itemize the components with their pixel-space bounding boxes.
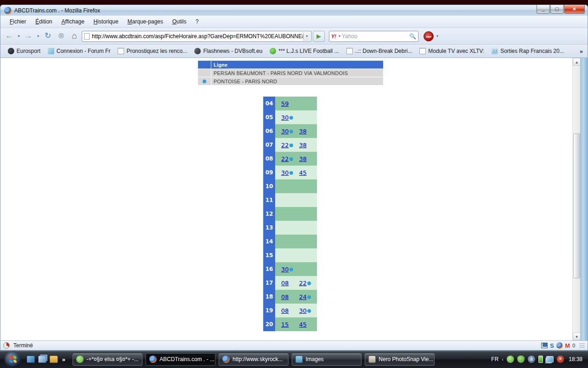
start-button[interactable] bbox=[5, 351, 21, 368]
minutes-cell: 30 bbox=[275, 262, 317, 276]
hour-cell: 06 bbox=[263, 124, 275, 138]
minutes-cell bbox=[275, 193, 317, 207]
quicklaunch-overflow-icon[interactable]: » bbox=[62, 356, 65, 363]
menu-item-0[interactable]: Fichier bbox=[5, 17, 31, 26]
tray-clock[interactable]: 18:38 bbox=[569, 356, 582, 362]
minute-link[interactable]: 15 bbox=[281, 321, 289, 328]
minute-link[interactable]: 59 bbox=[281, 100, 289, 107]
minutes-cell: 2238 bbox=[275, 152, 317, 166]
bookmark-item-6[interactable]: Module TV avec XLTV: bbox=[417, 47, 487, 55]
minute-link[interactable]: 24 bbox=[299, 293, 307, 300]
folder-icon bbox=[295, 356, 303, 363]
menu-item-2[interactable]: Affichage bbox=[57, 17, 89, 26]
hour-cell: 15 bbox=[263, 248, 275, 262]
minute-link[interactable]: 30 bbox=[299, 307, 307, 314]
timetable-row-11: 11 bbox=[263, 193, 317, 207]
url-bar[interactable]: http://www.abcdtrain.com/asp/FicheHorair… bbox=[82, 31, 311, 42]
volume-muted-icon[interactable]: ✕ bbox=[557, 356, 564, 363]
taskbar-button-4[interactable]: Nero PhotoSnap Vie... bbox=[365, 353, 435, 366]
reload-button[interactable]: ↻ bbox=[42, 30, 54, 42]
scrollbar-thumb[interactable] bbox=[573, 133, 580, 278]
minute-link[interactable]: 30 bbox=[281, 266, 289, 273]
tray-app-icon[interactable] bbox=[507, 356, 514, 363]
minute-link[interactable]: 38 bbox=[299, 155, 307, 162]
bookmark-item-4[interactable]: *** L.J.s LIVE Football ... bbox=[267, 47, 341, 55]
minute-link[interactable]: 08 bbox=[281, 280, 289, 287]
skype-extension-icon[interactable]: S bbox=[550, 342, 554, 349]
search-icon[interactable]: 🔍 bbox=[409, 33, 416, 40]
window-manager-icon[interactable] bbox=[541, 343, 548, 348]
timetable: 0459053006303807223808223809304510111213… bbox=[263, 97, 317, 331]
minute-link[interactable]: 38 bbox=[299, 142, 307, 149]
switch-windows-icon[interactable] bbox=[38, 356, 46, 363]
firefox-extension-icon[interactable] bbox=[556, 342, 563, 349]
taskbar-button-3[interactable]: Images bbox=[292, 353, 362, 366]
menu-item-4[interactable]: Marque-pages bbox=[123, 17, 168, 26]
minute-link[interactable]: 30 bbox=[281, 169, 289, 176]
gmail-notifier-icon[interactable]: M bbox=[565, 342, 570, 349]
adblock-dropdown-icon[interactable]: ▾ bbox=[435, 34, 440, 38]
vertical-scrollbar[interactable]: ▲ ▼ bbox=[572, 58, 580, 340]
taskbar-button-1[interactable]: ABCDTrains.com . - ... bbox=[146, 353, 215, 366]
pontoise-line-dot-icon bbox=[289, 171, 293, 175]
menu-item-3[interactable]: Historique bbox=[89, 17, 123, 26]
resize-grip[interactable] bbox=[579, 343, 585, 348]
search-bar[interactable]: Y! ▾ Yahoo 🔍 bbox=[329, 31, 418, 42]
minute-link[interactable]: 08 bbox=[281, 293, 289, 300]
minute-link[interactable]: 30 bbox=[281, 128, 289, 135]
back-history-dropdown-icon[interactable]: ▾ bbox=[17, 34, 21, 38]
menu-item-1[interactable]: Édition bbox=[31, 17, 57, 26]
language-indicator[interactable]: FR bbox=[491, 356, 498, 362]
timetable-row-10: 10 bbox=[263, 179, 317, 193]
show-desktop-icon[interactable] bbox=[27, 356, 35, 363]
battery-icon[interactable] bbox=[538, 356, 543, 363]
forward-history-dropdown-icon[interactable]: ▾ bbox=[36, 34, 40, 38]
bookmark-item-5[interactable]: ..:: Down-Break Debri... bbox=[344, 47, 415, 55]
home-button[interactable]: ⌂ bbox=[68, 30, 80, 42]
menu-bar: FichierÉditionAffichageHistoriqueMarque-… bbox=[0, 16, 588, 28]
menu-item-5[interactable]: Outils bbox=[168, 17, 191, 26]
bookmark-item-1[interactable]: Connexion - Forum Fr bbox=[45, 47, 113, 55]
network-icon[interactable] bbox=[546, 356, 554, 362]
back-button[interactable]: ← bbox=[3, 30, 15, 42]
search-engine-dropdown-icon[interactable]: ▾ bbox=[337, 34, 342, 38]
go-button[interactable]: ▶ bbox=[313, 31, 325, 42]
taskbar-button-2[interactable]: http://www.skyrock... bbox=[219, 353, 288, 366]
folder-shortcut-icon[interactable] bbox=[50, 356, 58, 363]
url-dropdown-icon[interactable]: ▾ bbox=[303, 32, 310, 41]
minute-link[interactable]: 30 bbox=[281, 114, 289, 121]
minute-link[interactable]: 38 bbox=[299, 128, 307, 135]
title-bar[interactable]: ABCDTrains.com . - Mozilla Firefox _ ▢ ✕ bbox=[0, 5, 588, 16]
minute-link[interactable]: 45 bbox=[299, 321, 307, 328]
bookmark-item-3[interactable]: Flashnews - DVBsoft.eu bbox=[192, 47, 265, 55]
forward-button[interactable]: → bbox=[23, 30, 34, 42]
bookmark-item-7[interactable]: 13Sorties Rap Francais 20... bbox=[489, 47, 567, 55]
messenger-tray-icon[interactable] bbox=[517, 356, 525, 363]
maximize-button[interactable]: ▢ bbox=[550, 5, 564, 14]
minute-link[interactable]: 22 bbox=[281, 142, 289, 149]
stop-button[interactable]: ⊗ bbox=[55, 30, 67, 42]
minute-slot: 45 bbox=[299, 169, 317, 176]
legend-empty-cell bbox=[198, 69, 211, 77]
adblock-plus-icon[interactable]: ABP bbox=[424, 31, 434, 41]
antivirus-tray-icon[interactable]: a bbox=[528, 356, 535, 363]
bookmarks-overflow-icon[interactable]: » bbox=[580, 48, 583, 55]
bookmark-item-2[interactable]: Pronostiquez les renco... bbox=[115, 47, 190, 55]
minute-link[interactable]: 22 bbox=[299, 280, 307, 287]
tray-collapse-icon[interactable]: ‹ bbox=[502, 356, 503, 362]
yahoo-engine-icon[interactable]: Y! bbox=[331, 34, 336, 39]
scroll-down-icon[interactable]: ▼ bbox=[573, 333, 581, 340]
menu-item-6[interactable]: ? bbox=[191, 17, 204, 26]
bookmark-item-0[interactable]: Eurosport bbox=[5, 47, 43, 55]
url-text[interactable]: http://www.abcdtrain.com/asp/FicheHorair… bbox=[92, 33, 303, 40]
minute-link[interactable]: 45 bbox=[299, 169, 307, 176]
search-input[interactable]: Yahoo bbox=[342, 33, 409, 40]
legend-dot-cell bbox=[198, 77, 211, 85]
minute-link[interactable]: 08 bbox=[281, 307, 289, 314]
minimize-button[interactable]: _ bbox=[537, 5, 550, 14]
taskbar-button-0[interactable]: -+*¤§¤ elsa ¤§¤*+ -... bbox=[73, 353, 142, 366]
scroll-up-icon[interactable]: ▲ bbox=[573, 58, 581, 66]
minute-link[interactable]: 22 bbox=[281, 155, 289, 162]
close-button[interactable]: ✕ bbox=[564, 5, 585, 14]
pontoise-line-dot-icon bbox=[289, 130, 293, 133]
